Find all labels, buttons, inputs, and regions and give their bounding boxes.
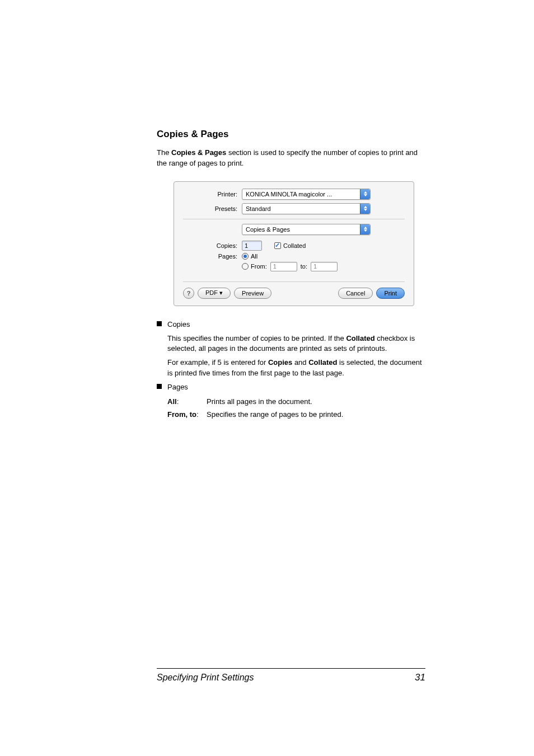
select-arrows-icon bbox=[360, 189, 370, 199]
preview-button[interactable]: Preview bbox=[234, 288, 271, 299]
t: This specifies the number of copies to b… bbox=[167, 334, 346, 342]
c: : bbox=[196, 410, 199, 419]
printer-label: Printer: bbox=[183, 191, 242, 198]
footer-rule bbox=[157, 668, 425, 669]
pdf-button[interactable]: PDF ▾ bbox=[198, 288, 231, 299]
printer-value: KONICA MINOLTA magicolor ... bbox=[246, 191, 332, 198]
t: Collated bbox=[308, 358, 337, 367]
copies-label: Copies: bbox=[183, 242, 242, 249]
collated-label: Collated bbox=[283, 242, 306, 249]
def-from: From, to: Specifies the range of pages t… bbox=[167, 409, 425, 421]
presets-label: Presets: bbox=[183, 205, 242, 212]
presets-value: Standard bbox=[246, 205, 271, 212]
from-term: From, to bbox=[167, 410, 196, 419]
pages-row: Pages: All From: 1 to: 1 bbox=[183, 253, 405, 271]
panel-value: Copies & Pages bbox=[246, 226, 290, 233]
panel-select[interactable]: Copies & Pages bbox=[242, 224, 371, 235]
print-button[interactable]: Print bbox=[376, 288, 405, 299]
pages-all-radio[interactable] bbox=[242, 253, 249, 260]
cancel-button[interactable]: Cancel bbox=[338, 288, 373, 299]
panel-row: Copies & Pages bbox=[183, 224, 405, 235]
all-term: All bbox=[167, 397, 177, 406]
copies-title: Copies bbox=[167, 320, 425, 330]
intro-paragraph: The Copies & Pages section is used to sp… bbox=[157, 148, 425, 169]
pages-from-input[interactable]: 1 bbox=[270, 262, 297, 271]
bullet-icon bbox=[157, 384, 162, 389]
def-all: All: Prints all pages in the document. bbox=[167, 396, 425, 408]
t: Copies bbox=[268, 358, 292, 367]
divider bbox=[183, 219, 405, 219]
footer-title: Specifying Print Settings bbox=[157, 673, 254, 683]
select-arrows-icon bbox=[360, 224, 370, 234]
pages-to-label: to: bbox=[301, 263, 307, 270]
select-arrows-icon bbox=[360, 204, 370, 214]
intro-part1: The bbox=[157, 148, 171, 157]
pages-from-label: From: bbox=[251, 263, 267, 270]
pages-all-row: All bbox=[242, 253, 341, 260]
pages-range-row: From: 1 to: 1 bbox=[242, 262, 341, 271]
t: Collated bbox=[346, 334, 374, 342]
bullet-copies: Copies bbox=[157, 320, 425, 330]
dialog-footer: ? PDF ▾ Preview Cancel Print bbox=[183, 281, 405, 299]
copies-input[interactable]: 1 bbox=[242, 241, 262, 251]
pages-all-label: All bbox=[251, 253, 257, 260]
pages-title: Pages bbox=[167, 382, 425, 393]
copies-desc-1: This specifies the number of copies to b… bbox=[167, 334, 425, 355]
copies-desc-2: For example, if 5 is entered for Copies … bbox=[167, 358, 425, 379]
from-def: Specifies the range of pages to be print… bbox=[207, 409, 343, 421]
collated-checkbox[interactable] bbox=[274, 242, 281, 249]
help-button[interactable]: ? bbox=[183, 288, 194, 299]
pages-from-radio[interactable] bbox=[242, 263, 249, 270]
bullet-list: Copies This specifies the number of copi… bbox=[157, 320, 425, 421]
bullet-pages: Pages bbox=[157, 382, 425, 393]
copies-row: Copies: 1 Collated bbox=[183, 241, 405, 251]
printer-select[interactable]: KONICA MINOLTA magicolor ... bbox=[242, 189, 371, 200]
presets-select[interactable]: Standard bbox=[242, 203, 371, 214]
all-def: Prints all pages in the document. bbox=[207, 396, 312, 408]
pages-to-input[interactable]: 1 bbox=[311, 262, 338, 271]
presets-row: Presets: Standard bbox=[183, 203, 405, 214]
pages-label: Pages: bbox=[183, 253, 242, 271]
bullet-icon bbox=[157, 321, 162, 326]
t: and bbox=[292, 358, 308, 367]
page-footer: Specifying Print Settings 31 bbox=[157, 668, 425, 683]
intro-bold: Copies & Pages bbox=[171, 148, 226, 157]
printer-row: Printer: KONICA MINOLTA magicolor ... bbox=[183, 189, 405, 200]
page-number: 31 bbox=[415, 672, 425, 683]
c: : bbox=[177, 397, 179, 406]
section-heading: Copies & Pages bbox=[157, 129, 425, 140]
t: For example, if 5 is entered for bbox=[167, 358, 268, 367]
print-dialog: Printer: KONICA MINOLTA magicolor ... Pr… bbox=[174, 181, 414, 306]
